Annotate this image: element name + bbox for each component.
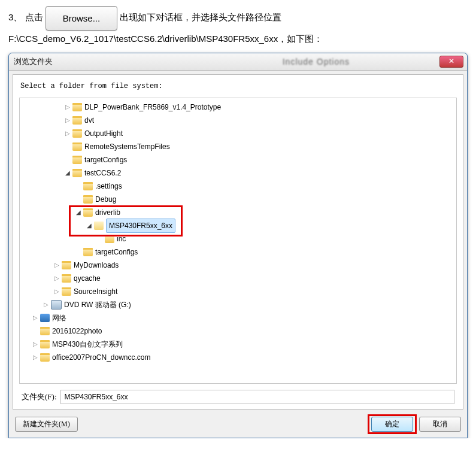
drive-icon (51, 300, 62, 310)
folder-icon (83, 195, 93, 204)
close-button[interactable]: ✕ (439, 56, 463, 68)
folder-icon (62, 261, 71, 269)
expand-arrow-icon[interactable] (53, 285, 60, 298)
folder-icon (40, 340, 50, 348)
tree-node-label: 网络 (52, 311, 66, 325)
expand-arrow-icon[interactable] (64, 101, 71, 114)
expand-arrow-icon[interactable] (32, 311, 39, 325)
expand-arrow-icon[interactable] (32, 338, 39, 351)
expand-arrow-icon[interactable] (53, 259, 60, 272)
folder-name-input[interactable] (60, 390, 455, 404)
dialog-blurred-background-text: Include Options (283, 57, 350, 66)
after-click-text: 出现如下对话框，并选择头文件路径位置 (120, 12, 281, 22)
folder-icon (72, 116, 82, 125)
tree-node[interactable]: dvt (20, 114, 456, 127)
expand-arrow-icon[interactable] (32, 351, 39, 364)
new-folder-button[interactable]: 新建文件夹(M) (15, 417, 78, 432)
tree-node[interactable]: MSP430FR5xx_6xx (20, 219, 456, 232)
expand-arrow-icon[interactable] (64, 127, 71, 140)
tree-node[interactable]: MSP430自创文字系列 (20, 338, 456, 351)
tree-node[interactable]: OutputHight (20, 127, 456, 140)
browse-button-illustration: Browse... (46, 6, 118, 31)
tree-node-label: dvt (84, 114, 94, 127)
tree-node-label: RemoteSystemsTempFiles (84, 140, 170, 153)
tree-node-label: 20161022photo (52, 325, 102, 338)
click-text: 点击 (25, 12, 43, 22)
dialog-title: 浏览文件夹 (13, 56, 283, 67)
tree-node-label: MSP430FR5xx_6xx (106, 219, 175, 233)
tree-node[interactable]: SourceInsight (20, 285, 456, 298)
cancel-button[interactable]: 取消 (419, 417, 461, 432)
folder-open-icon (94, 222, 104, 230)
tree-node-label: targetConfigs (95, 245, 138, 259)
folder-icon (105, 235, 114, 243)
tree-node[interactable]: 网络 (20, 311, 456, 325)
folder-icon (83, 208, 93, 217)
tree-node-label: driverlib (95, 206, 120, 219)
expand-arrow-icon[interactable] (75, 206, 82, 219)
folder-icon (72, 103, 82, 111)
tree-node-label: targetConfigs (84, 153, 127, 166)
tree-node-label: qycache (74, 272, 101, 285)
expand-arrow-icon[interactable] (64, 114, 71, 127)
ok-button[interactable]: 确定 (371, 417, 413, 432)
tree-node-label: Debug (95, 193, 116, 206)
folder-field-label: 文件夹(F): (22, 392, 57, 402)
tree-node[interactable]: .settings (20, 180, 456, 193)
folder-icon (72, 169, 82, 177)
tree-node-label: testCCS6.2 (84, 166, 121, 180)
tree-node-label: inc (117, 232, 126, 245)
folder-icon (72, 156, 82, 164)
tree-node[interactable]: 20161022photo (20, 325, 456, 338)
folder-tree[interactable]: DLP_PowerBank_FR5869_v1.4_PrototypedvtOu… (19, 98, 457, 384)
expand-arrow-icon[interactable] (64, 166, 71, 180)
dialog-titlebar: 浏览文件夹 Include Options ✕ (9, 53, 467, 71)
tree-node[interactable]: qycache (20, 272, 456, 285)
tree-node[interactable]: RemoteSystemsTempFiles (20, 140, 456, 153)
path-line-text: F:\CCS_demo_V6.2_1017\testCCS6.2\driverl… (8, 34, 323, 44)
tree-node-label: office2007ProCN_downcc.com (52, 351, 151, 364)
dialog-instruction: Select a folder from file system: (19, 80, 457, 98)
folder-icon (62, 287, 71, 296)
tree-node-label: DVD RW 驱动器 (G:) (64, 298, 131, 311)
tree-node[interactable]: MyDownloads (20, 259, 456, 272)
tree-node-label: SourceInsight (74, 285, 117, 298)
folder-icon (83, 248, 93, 256)
folder-icon (40, 353, 50, 362)
tree-node-label: DLP_PowerBank_FR5869_v1.4_Prototype (84, 101, 221, 114)
folder-icon (62, 274, 71, 283)
doc-paragraph: 3、 点击 Browse... 出现如下对话框，并选择头文件路径位置 F:\CC… (0, 0, 476, 47)
tree-node-label: OutputHight (84, 127, 123, 140)
expand-arrow-icon[interactable] (43, 298, 50, 311)
expand-arrow-icon[interactable] (86, 219, 93, 232)
network-icon (40, 314, 50, 322)
tree-node-label: .settings (95, 180, 122, 193)
folder-icon (72, 142, 82, 151)
tree-node-label: MyDownloads (74, 259, 119, 272)
browse-folder-dialog: 浏览文件夹 Include Options ✕ Select a folder … (8, 53, 468, 438)
folder-icon (83, 182, 93, 190)
tree-node[interactable]: targetConfigs (20, 245, 456, 259)
tree-node[interactable]: DLP_PowerBank_FR5869_v1.4_Prototype (20, 101, 456, 114)
tree-node-label: MSP430自创文字系列 (52, 338, 123, 351)
bullet-number: 3、 (8, 12, 22, 22)
tree-node[interactable]: DVD RW 驱动器 (G:) (20, 298, 456, 311)
expand-arrow-icon[interactable] (53, 272, 60, 285)
tree-node[interactable]: office2007ProCN_downcc.com (20, 351, 456, 364)
tree-node[interactable]: targetConfigs (20, 153, 456, 166)
tree-node[interactable]: testCCS6.2 (20, 166, 456, 180)
tree-node[interactable]: Debug (20, 193, 456, 206)
folder-icon (72, 129, 82, 138)
folder-icon (40, 327, 50, 335)
tree-node[interactable]: driverlib (20, 206, 456, 219)
tree-node[interactable]: inc (20, 232, 456, 245)
